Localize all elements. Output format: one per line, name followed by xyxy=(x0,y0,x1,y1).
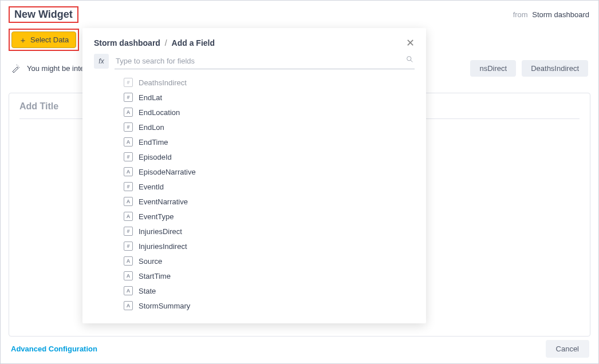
text-type-icon: A xyxy=(124,137,133,147)
field-item[interactable]: AEventType xyxy=(124,209,415,224)
field-name: StartTime xyxy=(139,272,171,280)
field-item[interactable]: AEpisodeNarrative xyxy=(124,164,415,179)
page-title-highlight-box: New Widget xyxy=(9,6,78,23)
field-item[interactable]: AStartTime xyxy=(124,268,415,283)
field-name: EpisodeNarrative xyxy=(139,168,196,176)
select-data-highlight-box: ＋ Select Data xyxy=(9,29,79,51)
field-name: EndLon xyxy=(139,123,164,132)
suggestion-chip[interactable]: nsDirect xyxy=(470,60,516,77)
header: New Widget from Storm dashboard xyxy=(1,1,598,27)
field-item[interactable]: AEndTime xyxy=(124,134,415,149)
field-item[interactable]: #EpisodeId xyxy=(124,149,415,164)
field-name: Source xyxy=(139,257,162,266)
field-item[interactable]: #EndLon xyxy=(124,120,415,134)
add-field-popover: Storm dashboard / Add a Field ✕ fx #Deat… xyxy=(82,28,426,323)
field-name: EndTime xyxy=(139,138,168,147)
text-type-icon: A xyxy=(124,197,133,206)
text-type-icon: A xyxy=(124,167,133,176)
plus-icon: ＋ xyxy=(19,36,27,44)
field-item[interactable]: #DeathsIndirect xyxy=(124,75,415,90)
field-item[interactable]: #EndLat xyxy=(124,90,415,105)
field-item[interactable]: AEndLocation xyxy=(124,105,415,120)
suggestion-chips: nsDirect DeathsIndirect xyxy=(470,60,588,77)
text-type-icon: A xyxy=(124,271,133,280)
page-title: New Widget xyxy=(14,9,73,20)
page-root: New Widget from Storm dashboard ＋ Select… xyxy=(0,0,599,364)
breadcrumb: Storm dashboard / Add a Field xyxy=(94,38,215,48)
field-item[interactable]: AEventNarrative xyxy=(124,194,415,209)
field-name: EpisodeId xyxy=(139,153,172,161)
field-name: EndLocation xyxy=(139,108,180,117)
text-type-icon: A xyxy=(124,212,133,221)
field-item[interactable]: #EventId xyxy=(124,179,415,194)
field-item[interactable]: AStormSummary xyxy=(124,298,415,313)
from-dashboard-label: from Storm dashboard xyxy=(513,10,589,19)
field-name: InjuriesIndirect xyxy=(139,242,187,251)
search-row: fx xyxy=(94,53,415,69)
text-type-icon: A xyxy=(124,301,133,310)
field-list[interactable]: #DeathsIndirect#EndLatAEndLocation#EndLo… xyxy=(94,75,415,313)
field-item[interactable]: ASource xyxy=(124,254,415,268)
numeric-type-icon: # xyxy=(124,93,133,102)
numeric-type-icon: # xyxy=(124,78,133,87)
search-icon xyxy=(406,56,413,65)
field-name: DeathsIndirect xyxy=(139,78,187,87)
select-data-button[interactable]: ＋ Select Data xyxy=(11,31,76,48)
magic-wand-icon xyxy=(11,64,20,73)
search-input-wrap xyxy=(115,53,415,69)
svg-point-0 xyxy=(407,57,411,61)
popover-header: Storm dashboard / Add a Field ✕ xyxy=(94,38,415,48)
numeric-type-icon: # xyxy=(124,182,133,191)
formula-button[interactable]: fx xyxy=(94,54,109,69)
suggestion-text: You might be inte xyxy=(27,64,84,73)
advanced-configuration-link[interactable]: Advanced Configuration xyxy=(11,345,97,353)
field-name: State xyxy=(139,287,156,295)
field-name: StormSummary xyxy=(139,302,190,310)
numeric-type-icon: # xyxy=(124,242,133,251)
field-item[interactable]: #InjuriesDirect xyxy=(124,224,415,239)
field-name: EventType xyxy=(139,212,174,221)
field-name: EndLat xyxy=(139,93,162,102)
numeric-type-icon: # xyxy=(124,152,133,161)
field-item[interactable]: #InjuriesIndirect xyxy=(124,239,415,254)
text-type-icon: A xyxy=(124,256,133,266)
cancel-button[interactable]: Cancel xyxy=(546,340,589,358)
suggestion-chip[interactable]: DeathsIndirect xyxy=(522,60,588,77)
close-icon[interactable]: ✕ xyxy=(406,39,415,47)
field-item[interactable]: AState xyxy=(124,283,415,298)
field-name: InjuriesDirect xyxy=(139,227,182,236)
field-name: EventNarrative xyxy=(139,197,188,206)
svg-line-1 xyxy=(411,60,412,62)
text-type-icon: A xyxy=(124,286,133,295)
footer: Advanced Configuration Cancel xyxy=(1,335,598,363)
search-input[interactable] xyxy=(115,53,415,69)
text-type-icon: A xyxy=(124,108,133,117)
numeric-type-icon: # xyxy=(124,227,133,236)
numeric-type-icon: # xyxy=(124,122,133,132)
field-name: EventId xyxy=(139,183,164,191)
